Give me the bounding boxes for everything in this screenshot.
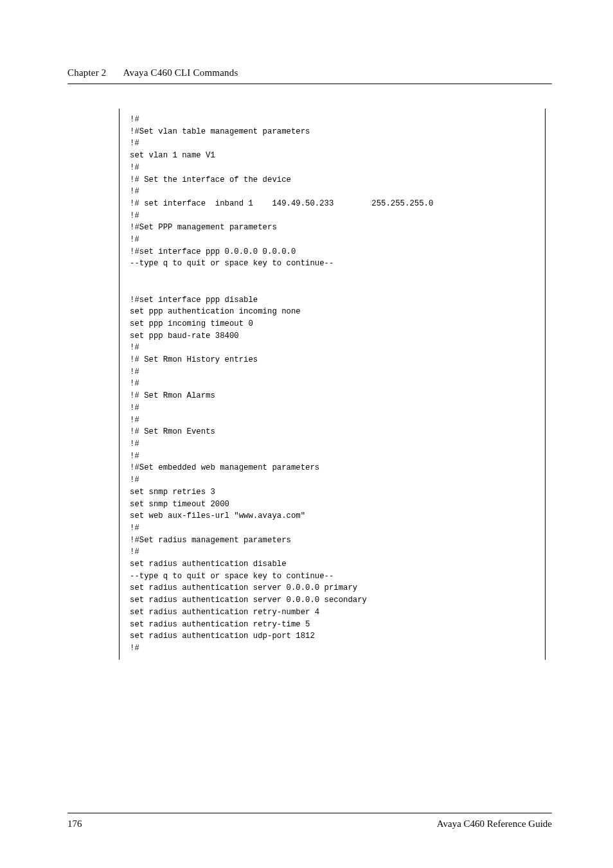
cli-code-block: !# !#Set vlan table management parameter… <box>119 109 546 660</box>
page-container: Chapter 2Avaya C460 CLI Commands !# !#Se… <box>0 0 613 868</box>
page-number: 176 <box>67 819 82 829</box>
chapter-title: Avaya C460 CLI Commands <box>123 67 238 78</box>
header-rule <box>67 84 552 84</box>
page-footer: 176 Avaya C460 Reference Guide <box>67 813 552 829</box>
book-title: Avaya C460 Reference Guide <box>437 819 552 829</box>
running-header: Chapter 2Avaya C460 CLI Commands <box>67 67 552 78</box>
chapter-number: Chapter 2 <box>67 67 107 78</box>
